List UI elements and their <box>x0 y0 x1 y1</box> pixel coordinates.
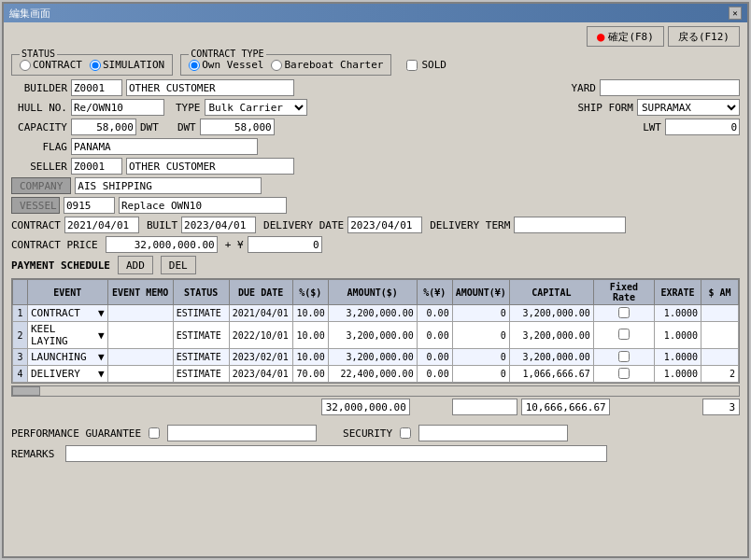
perf-guarantee-input[interactable] <box>167 425 317 441</box>
status-simulation-radio[interactable] <box>90 60 101 71</box>
builder-name-input[interactable] <box>126 79 294 96</box>
security-label: SECURITY <box>343 427 392 440</box>
row-amount-dollar[interactable]: 3,200,000.00 <box>328 349 417 366</box>
row-due-date[interactable]: 2023/02/01 <box>229 349 292 366</box>
del-button[interactable]: DEL <box>161 256 196 274</box>
payment-table: EVENT EVENT MEMO STATUS DUE DATE %($) AM… <box>12 279 739 383</box>
contract-date-input[interactable] <box>64 217 139 233</box>
delivery-date-input[interactable] <box>347 217 422 233</box>
fixed-checkbox[interactable] <box>618 307 630 318</box>
company-button[interactable]: COMPANY <box>11 177 71 194</box>
vessel-name-input[interactable] <box>119 197 287 214</box>
delivery-term-input[interactable] <box>514 217 626 233</box>
hull-input[interactable] <box>71 99 164 116</box>
col-capital: CAPITAL <box>509 280 593 305</box>
row-amount-dollar[interactable]: 3,200,000.00 <box>328 305 417 322</box>
row-pct-yen[interactable]: 0.00 <box>417 349 452 366</box>
row-pct-yen[interactable]: 0.00 <box>417 366 452 383</box>
security-input[interactable] <box>418 425 568 441</box>
row-memo[interactable] <box>107 322 173 349</box>
top-groups: STATUS CONTRACT SIMULATION CONTRACT TYPE <box>11 54 740 76</box>
confirm-button[interactable]: ● 確定(F8) <box>587 26 664 47</box>
row-dollar-am[interactable]: 2 <box>701 366 738 383</box>
row-amount-dollar[interactable]: 22,400,000.00 <box>328 366 417 383</box>
row-due-date[interactable]: 2021/04/01 <box>229 305 292 322</box>
row-exrate[interactable]: 1.0000 <box>654 305 701 322</box>
row-event[interactable]: CONTRACT ▼ <box>28 305 108 322</box>
capacity-input[interactable] <box>71 119 136 135</box>
row-pct-dollar[interactable]: 10.00 <box>292 349 328 366</box>
seller-label: SELLER <box>11 161 67 173</box>
row-amount-yen[interactable]: 0 <box>452 322 509 349</box>
flag-input[interactable] <box>71 138 258 155</box>
horizontal-scrollbar[interactable] <box>11 385 740 397</box>
row-exrate[interactable]: 1.0000 <box>654 349 701 366</box>
perf-security-row: PERFORMANCE GUARANTEE SECURITY <box>11 425 740 441</box>
back-button[interactable]: 戻る(F12) <box>668 26 740 47</box>
company-input[interactable] <box>75 177 262 194</box>
dwt-input[interactable] <box>200 119 275 135</box>
fixed-checkbox[interactable] <box>618 351 630 362</box>
row-pct-yen[interactable]: 0.00 <box>417 305 452 322</box>
builder-code-input[interactable] <box>71 79 122 96</box>
row-due-date[interactable]: 2022/10/01 <box>229 322 292 349</box>
total-dollar-am[interactable] <box>702 399 740 415</box>
built-input[interactable] <box>181 217 256 233</box>
row-due-date[interactable]: 2023/04/01 <box>229 366 292 383</box>
row-dollar-am[interactable] <box>701 349 738 366</box>
remarks-input[interactable] <box>65 445 607 462</box>
row-event[interactable]: KEEL LAYING ▼ <box>28 322 108 349</box>
row-event[interactable]: DELIVERY ▼ <box>28 366 108 383</box>
bareboat-radio[interactable] <box>271 60 282 71</box>
row-fixed[interactable] <box>593 349 654 366</box>
row-capital[interactable]: 3,200,000.00 <box>509 305 593 322</box>
fixed-checkbox[interactable] <box>618 329 630 340</box>
row-capital[interactable]: 3,200,000.00 <box>509 349 593 366</box>
row-amount-yen[interactable]: 0 <box>452 349 509 366</box>
plus-yen-input[interactable] <box>248 236 322 253</box>
row-capital[interactable]: 3,200,000.00 <box>509 322 593 349</box>
row-event[interactable]: LAUNCHING ▼ <box>28 349 108 366</box>
row-pct-dollar[interactable]: 70.00 <box>292 366 328 383</box>
status-contract-radio[interactable] <box>20 60 31 71</box>
row-memo[interactable] <box>107 366 173 383</box>
row-amount-dollar[interactable]: 3,200,000.00 <box>328 322 417 349</box>
perf-guarantee-checkbox[interactable] <box>149 427 160 439</box>
lwt-input[interactable] <box>665 119 740 135</box>
row-pct-dollar[interactable]: 10.00 <box>292 322 328 349</box>
row-amount-yen[interactable]: 0 <box>452 366 509 383</box>
row-num: 1 <box>13 305 28 322</box>
seller-code-input[interactable] <box>71 158 122 175</box>
vessel-code-input[interactable] <box>64 197 115 214</box>
vessel-button[interactable]: VESSEL <box>11 197 60 214</box>
row-fixed[interactable] <box>593 322 654 349</box>
bottom-section: PERFORMANCE GUARANTEE SECURITY REMARKS <box>4 421 747 469</box>
row-pct-yen[interactable]: 0.00 <box>417 322 452 349</box>
shipform-select[interactable]: SUPRAMAX <box>637 99 740 116</box>
total-amount-yen[interactable] <box>452 399 517 415</box>
own-vessel-radio[interactable] <box>189 60 200 71</box>
close-button[interactable]: ✕ <box>729 7 742 20</box>
row-exrate[interactable]: 1.0000 <box>654 322 701 349</box>
total-capital[interactable] <box>521 399 610 415</box>
row-memo[interactable] <box>107 349 173 366</box>
total-amount-dollar[interactable] <box>321 399 410 415</box>
add-button[interactable]: ADD <box>118 256 153 274</box>
scrollbar-thumb[interactable] <box>12 386 40 396</box>
fixed-checkbox[interactable] <box>618 368 630 379</box>
security-checkbox[interactable] <box>400 427 411 439</box>
row-memo[interactable] <box>107 305 173 322</box>
row-fixed[interactable] <box>593 366 654 383</box>
row-dollar-am[interactable] <box>701 305 738 322</box>
seller-name-input[interactable] <box>126 158 294 175</box>
row-capital[interactable]: 1,066,666.67 <box>509 366 593 383</box>
row-exrate[interactable]: 1.0000 <box>654 366 701 383</box>
row-fixed[interactable] <box>593 305 654 322</box>
contract-price-input[interactable] <box>106 236 218 253</box>
yard-input[interactable] <box>600 79 740 96</box>
type-select[interactable]: Bulk Carrier <box>205 99 307 116</box>
row-amount-yen[interactable]: 0 <box>452 305 509 322</box>
row-pct-dollar[interactable]: 10.00 <box>292 305 328 322</box>
row-dollar-am[interactable] <box>701 322 738 349</box>
sold-checkbox[interactable] <box>406 60 418 71</box>
